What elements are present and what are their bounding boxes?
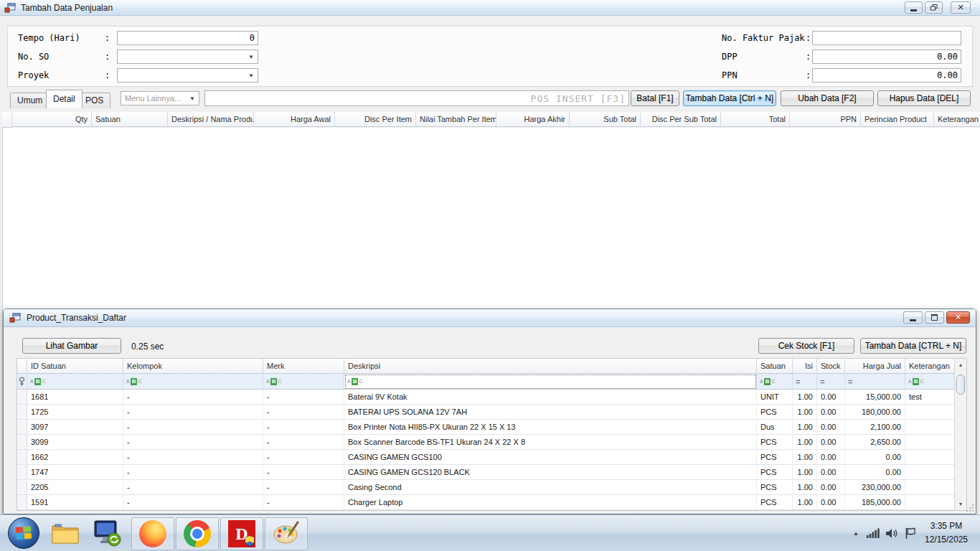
lihat-gambar-button[interactable]: Lihat Gambar [22,338,121,354]
cell: 0.00 [845,465,905,480]
tab-umum[interactable]: Umum [10,93,50,108]
filter-cell[interactable]: ABC [905,374,956,390]
main-titlebar[interactable]: Tambah Data Penjualan ✕ [0,0,980,16]
column-header[interactable]: Deskripsi [344,359,757,374]
filter-cell[interactable]: ABC [27,374,123,390]
close-button[interactable]: ✕ [946,311,970,324]
product-row[interactable]: 1725--BATERAI UPS SOLANA 12V 7AHPCS1.000… [17,405,956,420]
filter-cell[interactable]: ABC [123,374,263,390]
column-header[interactable]: Harga Akhir [496,112,570,127]
minimize-button[interactable] [905,1,923,14]
hidden-icons-button[interactable]: ▲ [848,517,864,549]
no-so-combobox[interactable]: ▼ [117,50,258,64]
column-header[interactable]: Harga Awal [254,112,335,127]
column-header[interactable]: Merk [263,359,344,374]
abc-filter-icon: ABC [347,378,363,385]
tempo-input[interactable] [117,31,258,45]
separator: : [105,70,110,80]
dpp-input[interactable] [812,50,961,64]
resize-grip[interactable] [966,504,974,512]
filter-cell[interactable]: = [817,374,845,390]
pos-insert-input[interactable] [204,90,629,106]
scroll-up-button[interactable]: ▲ [955,359,966,371]
column-header[interactable]: Nilai Tambah Per Item [416,112,496,127]
column-header[interactable]: Disc Per Item [335,112,416,127]
cell: - [123,495,263,510]
restore-icon [930,4,938,11]
abc-filter-icon: ABC [908,378,924,385]
column-header[interactable]: Sub Total [570,112,641,127]
tab-pos[interactable]: POS [78,93,110,108]
volume-tray-icon[interactable] [882,517,901,549]
filter-cell[interactable]: ABC [344,374,757,390]
column-header[interactable]: Satuan [92,112,168,127]
ubah-data-button[interactable]: Ubah Data [F2] [781,90,874,106]
taskbar-clock[interactable]: 3:35 PM 12/15/2025 [915,519,977,547]
column-header[interactable]: Satuan [757,359,793,374]
ppn-input[interactable] [812,68,961,83]
field-label-no-so: No. SO [18,52,49,62]
chevron-down-icon: ▼ [189,95,195,102]
column-header[interactable]: Keterangan [934,112,980,127]
filter-cell[interactable]: ABC [757,374,793,390]
cek-stock-button[interactable]: Cek Stock [F1] [758,338,854,354]
filter-cell[interactable]: ABC [263,374,344,390]
taskbar-file-explorer[interactable] [46,517,85,549]
column-header[interactable]: ID Satuan [27,359,123,374]
column-header[interactable]: Stock [817,359,845,374]
start-button[interactable] [6,517,42,549]
hapus-data-button[interactable]: Hapus Data [DEL] [877,90,971,106]
tab-detail[interactable]: Detail [46,90,83,108]
product-row[interactable]: 1591--Charger LaptopPCS1.000.00185,000.0… [17,495,956,510]
column-header[interactable]: Isi [793,359,817,374]
vertical-scrollbar[interactable]: ▲ ▼ [954,359,966,510]
elapsed-time-label: 0.25 sec [131,342,164,352]
restore-button[interactable] [925,1,943,14]
tambah-data-button[interactable]: Tambah Data [Ctrl + N] [683,90,776,106]
cell: PCS [757,480,793,495]
network-tray-icon[interactable] [864,517,882,549]
taskbar-remote-desktop[interactable] [88,517,126,549]
product-grid-header: ID SatuanKelompokMerkDeskripsiSatuanIsiS… [17,359,956,374]
product-row[interactable]: 3097--Box Printer Nota HII85-PX Ukuran 2… [17,420,956,435]
column-header[interactable]: Perincian Product [861,112,934,127]
row-indicator [17,465,27,480]
chevron-down-icon: ▼ [248,72,254,79]
menu-lainnya-dropdown[interactable]: Menu Lainnya... ▼ [121,91,199,105]
popup-tambah-data-button[interactable]: Tambah Data [CTRL + N] [860,338,966,354]
cell: - [263,465,344,480]
column-header[interactable]: Keterangan [905,359,956,374]
popup-titlebar[interactable]: Product_Transaksi_Daftar ✕ [4,309,976,327]
column-header[interactable]: PPN [790,112,861,127]
product-row[interactable]: 2205--Casing SecondPCS1.000.00230,000.00 [17,480,956,495]
cell: - [123,405,263,420]
scrollbar-thumb[interactable] [956,375,965,395]
filter-cell[interactable]: = [793,374,817,390]
taskbar-chrome[interactable] [176,517,219,550]
no-faktur-pajak-input[interactable] [812,31,961,45]
proyek-combobox[interactable]: ▼ [117,68,258,83]
taskbar-firefox[interactable] [131,517,174,550]
product-row[interactable]: 1681--Baterai 9V KotakUNIT1.000.0015,000… [17,390,956,405]
product-row[interactable]: 3099--Box Scanner Barcode BS-TF1 Ukuran … [17,435,956,450]
scroll-down-button[interactable]: ▼ [955,498,966,510]
column-header[interactable]: Harga Jual [845,359,905,374]
minimize-button[interactable] [903,311,923,324]
taskbar-paint[interactable] [265,517,308,550]
column-header[interactable]: Deskripsi / Nama Product [168,112,254,127]
column-header[interactable]: Kelompok [123,359,263,374]
clock-time: 3:35 PM [915,519,977,533]
filter-cell[interactable]: = [845,374,905,390]
column-header[interactable]: Total [721,112,790,127]
batal-button[interactable]: Batal [F1] [631,90,679,106]
product-row[interactable]: 1662--CASING GAMEN GCS100PCS1.000.000.00 [17,450,956,465]
maximize-button[interactable] [925,311,944,324]
product-row[interactable]: 1747--CASING GAMEN GCS120 BLACKPCS1.000.… [17,465,956,480]
windows-logo-icon [15,525,32,540]
close-button[interactable]: ✕ [951,1,971,14]
cell [905,465,956,480]
column-header[interactable]: Qty [12,112,92,127]
column-header[interactable]: Disc Per Sub Total [641,112,721,127]
taskbar-accounting-app[interactable]: D [220,517,263,550]
cell: PCS [757,450,793,465]
